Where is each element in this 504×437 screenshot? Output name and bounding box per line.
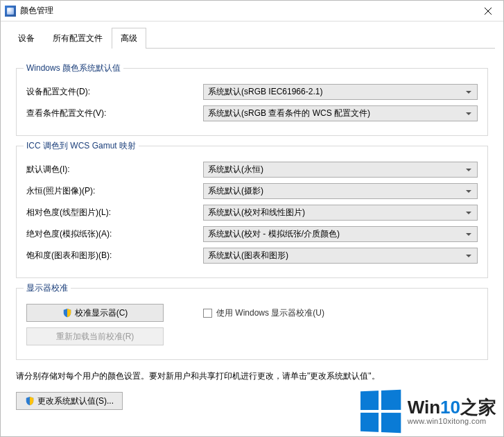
shield-icon	[25, 396, 35, 406]
select-saturation[interactable]: 系统默认(图表和图形)	[203, 248, 478, 264]
reload-current-calibration-button: 重新加载当前校准(R)	[26, 327, 164, 345]
row-calibrate: 校准显示器(C) 使用 Windows 显示器校准(U)	[26, 304, 478, 322]
select-perceptual-value: 系统默认(摄影)	[208, 185, 263, 197]
watermark-url: www.win10xitong.com	[408, 417, 496, 425]
row-device-profile: 设备配置文件(D): 系统默认(sRGB IEC61966-2.1)	[26, 84, 478, 100]
label-viewing-profile: 查看条件配置文件(V):	[26, 108, 203, 119]
change-system-defaults-button[interactable]: 更改系统默认值(S)...	[16, 392, 123, 410]
group-display-calibration: 显示器校准 校准显示器(C) 使用 Windows 显示器校准(U)	[16, 288, 488, 360]
watermark-brand-c: 之家	[460, 397, 496, 418]
row-relative: 相对色度(线型图片)(L): 系统默认(校对和线性图片)	[26, 205, 478, 221]
tab-advanced[interactable]: 高级	[112, 28, 146, 49]
change-system-defaults-label: 更改系统默认值(S)...	[37, 395, 114, 407]
watermark-text: Win10之家 www.win10xitong.com	[408, 397, 496, 426]
calibrate-display-button[interactable]: 校准显示器(C)	[26, 304, 164, 322]
checkbox-box-icon	[203, 309, 212, 318]
label-default-intent: 默认调色(I):	[26, 164, 203, 175]
select-relative-value: 系统默认(校对和线性图片)	[208, 207, 305, 218]
select-saturation-value: 系统默认(图表和图形)	[208, 250, 288, 262]
select-relative[interactable]: 系统默认(校对和线性图片)	[203, 205, 478, 221]
close-icon	[485, 8, 492, 15]
row-reload: 重新加载当前校准(R)	[26, 327, 478, 345]
titlebar: 颜色管理	[1, 1, 503, 22]
row-absolute: 绝对色度(模拟纸张)(A): 系统默认(校对 - 模拟纸张/介质颜色)	[26, 226, 478, 242]
row-perceptual: 永恒(照片图像)(P): 系统默认(摄影)	[26, 183, 478, 199]
tab-devices[interactable]: 设备	[9, 28, 44, 49]
app-icon	[5, 6, 16, 17]
label-perceptual: 永恒(照片图像)(P):	[26, 185, 203, 197]
label-device-profile: 设备配置文件(D):	[26, 86, 203, 98]
shield-icon	[62, 308, 72, 318]
group-legend-calibration: 显示器校准	[24, 282, 71, 294]
note-text: 请分别存储对每个用户的颜色设置。要对新用户和共享打印机进行更改，请单击"更改系统…	[16, 370, 488, 382]
tab-all-profiles[interactable]: 所有配置文件	[44, 28, 112, 49]
select-default-intent[interactable]: 系统默认(永恒)	[203, 162, 478, 178]
label-saturation: 饱和度(图表和图形)(B):	[26, 250, 203, 262]
watermark: Win10之家 www.win10xitong.com	[359, 391, 496, 432]
select-perceptual[interactable]: 系统默认(摄影)	[203, 183, 478, 199]
use-windows-calibration-label: 使用 Windows 显示器校准(U)	[216, 307, 324, 319]
window-title: 颜色管理	[20, 5, 53, 17]
row-saturation: 饱和度(图表和图形)(B): 系统默认(图表和图形)	[26, 248, 478, 264]
watermark-brand-b: 10	[440, 397, 460, 418]
select-absolute-value: 系统默认(校对 - 模拟纸张/介质颜色)	[208, 228, 340, 240]
use-windows-calibration-checkbox[interactable]: 使用 Windows 显示器校准(U)	[203, 307, 324, 319]
select-viewing-profile[interactable]: 系统默认(sRGB 查看条件的 WCS 配置文件)	[203, 105, 478, 121]
label-relative: 相对色度(线型图片)(L):	[26, 207, 203, 218]
group-legend-gamut: ICC 调色到 WCS Gamut 映射	[24, 140, 139, 152]
group-legend-defaults: Windows 颜色系统默认值	[24, 62, 123, 74]
select-device-profile[interactable]: 系统默认(sRGB IEC61966-2.1)	[203, 84, 478, 100]
tab-content: Windows 颜色系统默认值 设备配置文件(D): 系统默认(sRGB IEC…	[1, 55, 503, 410]
select-absolute[interactable]: 系统默认(校对 - 模拟纸张/介质颜色)	[203, 226, 478, 242]
group-gamut-mapping: ICC 调色到 WCS Gamut 映射 默认调色(I): 系统默认(永恒) 永…	[16, 146, 488, 278]
group-windows-color-defaults: Windows 颜色系统默认值 设备配置文件(D): 系统默认(sRGB IEC…	[16, 68, 488, 136]
select-default-intent-value: 系统默认(永恒)	[208, 164, 263, 175]
row-default-intent: 默认调色(I): 系统默认(永恒)	[26, 162, 478, 178]
select-viewing-profile-value: 系统默认(sRGB 查看条件的 WCS 配置文件)	[208, 108, 370, 119]
row-viewing-profile: 查看条件配置文件(V): 系统默认(sRGB 查看条件的 WCS 配置文件)	[26, 105, 478, 121]
label-absolute: 绝对色度(模拟纸张)(A):	[26, 228, 203, 240]
windows-logo-icon	[360, 390, 401, 434]
close-button[interactable]	[472, 1, 503, 22]
select-device-profile-value: 系统默认(sRGB IEC61966-2.1)	[208, 86, 322, 98]
reload-current-calibration-label: 重新加载当前校准(R)	[56, 331, 134, 343]
calibrate-display-label: 校准显示器(C)	[75, 307, 128, 319]
watermark-brand-a: Win	[408, 397, 440, 418]
tab-strip: 设备 所有配置文件 高级	[1, 22, 503, 48]
